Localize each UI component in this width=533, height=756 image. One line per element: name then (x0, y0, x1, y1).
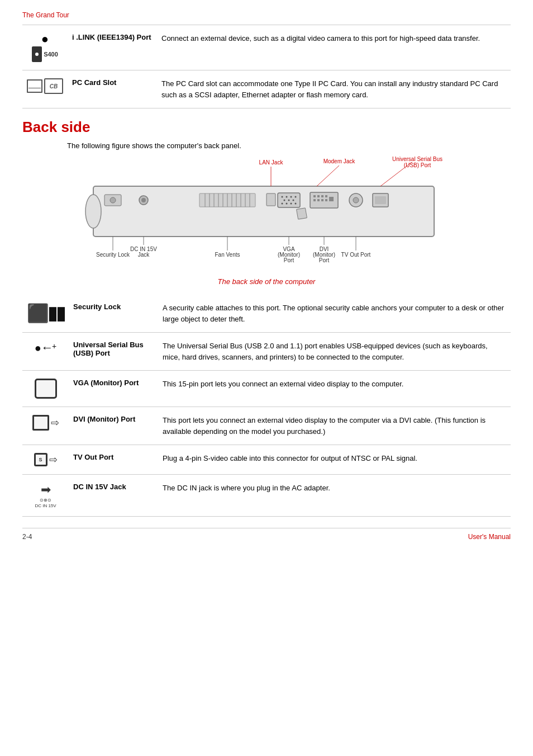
dvi-icon: ⇨ (27, 415, 64, 431)
svg-rect-39 (329, 197, 334, 201)
tv-out-icon: S ⇨ (27, 453, 64, 466)
back-panel-diagram: LAN Jack Modem Jack Universal Serial Bus… (77, 155, 456, 273)
svg-point-1 (85, 195, 101, 228)
svg-point-22 (295, 196, 297, 198)
svg-rect-34 (325, 195, 327, 197)
svg-rect-33 (321, 195, 323, 197)
svg-point-20 (286, 196, 288, 198)
dc-label: DC IN 15V Jack (69, 475, 158, 517)
ilink-desc: Connect an external device, such as a di… (157, 25, 511, 70)
svg-text:Universal Serial Bus: Universal Serial Bus (392, 156, 442, 162)
svg-point-19 (282, 196, 283, 198)
breadcrumb: The Grand Tour (22, 11, 511, 19)
tv-label: TV Out Port (69, 445, 158, 475)
page-number: 2-4 (22, 533, 32, 541)
svg-point-27 (286, 203, 288, 205)
svg-text:TV Out Port: TV Out Port (341, 252, 371, 258)
table-row: S ⇨ TV Out Port Plug a 4-pin S-video cab… (22, 445, 511, 475)
svg-point-3 (110, 197, 116, 203)
intro-text: The following figure shows the computer'… (67, 141, 511, 150)
back-side-table: ⬛▮▮ Security Lock A security cable attac… (22, 295, 511, 517)
pccard-label: PC Card Slot (68, 70, 157, 108)
ilink-icon: ● S400 (27, 33, 63, 62)
vga-desc: This 15-pin port lets you connect an ext… (158, 371, 511, 407)
table-row: CB PC Card Slot The PC Card slot can acc… (22, 70, 511, 108)
svg-text:(USB) Port: (USB) Port (404, 162, 431, 168)
svg-point-29 (295, 203, 297, 205)
ilink-label: i .LINK (IEEE1394) Port (68, 25, 157, 70)
back-side-heading: Back side (22, 119, 511, 136)
pccard-icon-cell: CB (22, 70, 68, 108)
table-row: ⬛▮▮ Security Lock A security cable attac… (22, 295, 511, 333)
vga-label: VGA (Monitor) Port (69, 371, 158, 407)
svg-point-28 (291, 203, 292, 205)
svg-rect-32 (317, 195, 320, 197)
svg-text:Modem Jack: Modem Jack (323, 158, 356, 164)
tv-desc: Plug a 4-pin S-video cable into this con… (158, 445, 511, 475)
table-row: ● ← + Universal Serial Bus (USB) Port Th… (22, 333, 511, 371)
dvi-icon-cell: ⇨ (22, 407, 69, 445)
svg-rect-45 (297, 208, 307, 220)
usb-label: Universal Serial Bus (USB) Port (69, 333, 158, 371)
pccard-desc: The PC Card slot can accommodate one Typ… (157, 70, 511, 108)
top-section-table: ● S400 i .LINK (IEEE1394) Port Connect a… (22, 25, 511, 108)
diagram-caption: The back side of the computer (22, 277, 511, 286)
table-row: ⇨ DVI (Monitor) Port This port lets you … (22, 407, 511, 445)
svg-rect-37 (321, 199, 323, 201)
dc-icon-cell: ➡ ⊙⊗⊙ DC IN 15V (22, 475, 69, 517)
svg-text:Fan Vents: Fan Vents (215, 252, 240, 258)
svg-point-5 (141, 198, 146, 202)
pccard-icon: CB (27, 78, 63, 94)
usb-desc: The Universal Serial Bus (USB 2.0 and 1.… (158, 333, 511, 371)
table-row: ➡ ⊙⊗⊙ DC IN 15V DC IN 15V Jack The DC IN… (22, 475, 511, 517)
svg-rect-38 (325, 199, 327, 201)
svg-rect-35 (313, 199, 316, 201)
vga-icon (35, 379, 57, 399)
svg-point-26 (282, 203, 283, 205)
dc-desc: The DC IN jack is where you plug in the … (158, 475, 511, 517)
svg-text:Security Lock: Security Lock (96, 252, 130, 258)
dvi-desc: This port lets you connect an external v… (158, 407, 511, 445)
svg-point-21 (291, 196, 292, 198)
usb-icon-cell: ● ← + (22, 333, 69, 371)
dvi-label: DVI (Monitor) Port (69, 407, 158, 445)
table-row: VGA (Monitor) Port This 15-pin port lets… (22, 371, 511, 407)
usb-icon: ● ← + (27, 341, 64, 355)
table-row: ● S400 i .LINK (IEEE1394) Port Connect a… (22, 25, 511, 70)
vga-icon-cell (22, 371, 69, 407)
security-desc: A security cable attaches to this port. … (158, 295, 511, 333)
svg-text:Port: Port (284, 257, 294, 263)
svg-text:Port: Port (319, 257, 330, 263)
security-label: Security Lock (69, 295, 158, 333)
security-icon-cell: ⬛▮▮ (22, 295, 69, 333)
svg-text:LAN Jack: LAN Jack (259, 159, 284, 166)
doc-title: User's Manual (468, 533, 511, 541)
ilink-icon-cell: ● S400 (22, 25, 68, 70)
svg-point-25 (293, 200, 294, 201)
svg-rect-43 (375, 196, 386, 204)
svg-line-48 (317, 166, 339, 186)
svg-point-23 (284, 200, 285, 201)
security-lock-icon: ⬛▮▮ (27, 303, 64, 324)
svg-rect-31 (313, 195, 316, 197)
footer: 2-4 User's Manual (22, 528, 511, 541)
svg-rect-36 (317, 199, 320, 201)
svg-point-24 (288, 200, 290, 201)
tv-icon-cell: S ⇨ (22, 445, 69, 475)
svg-rect-44 (266, 193, 275, 206)
dc-in-icon: ➡ ⊙⊗⊙ DC IN 15V (27, 483, 64, 508)
svg-text:Jack: Jack (138, 252, 150, 258)
svg-point-41 (353, 197, 359, 203)
